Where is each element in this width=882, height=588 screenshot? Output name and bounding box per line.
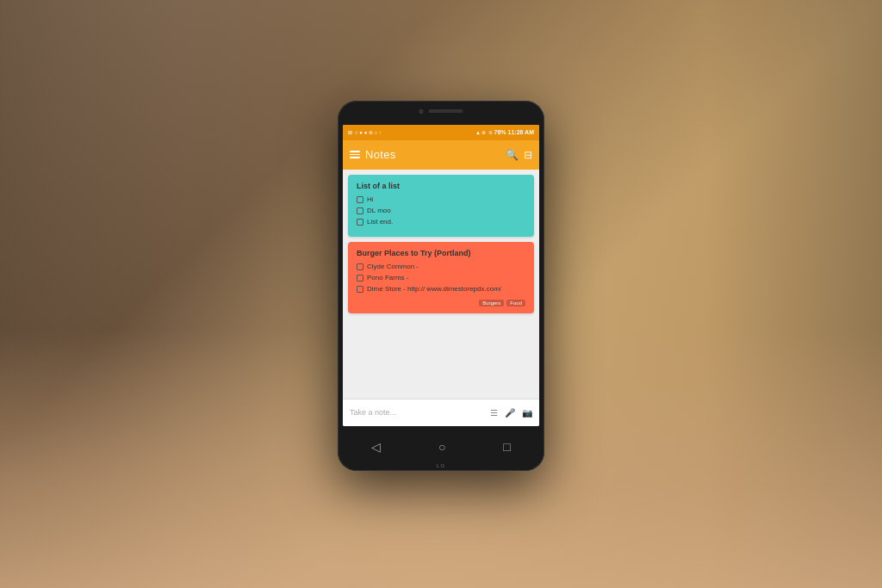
checkbox-1-2[interactable] [357, 207, 363, 214]
list-icon[interactable]: ☰ [490, 408, 498, 418]
phone-top [419, 109, 463, 114]
checkbox-1-3[interactable] [357, 219, 363, 226]
phone-nav: ◁ ○ □ [343, 431, 539, 462]
note-2-text-1: Clyde Common - [367, 263, 419, 271]
note-card-2[interactable]: Burger Places to Try (Portland) Clyde Co… [348, 242, 534, 313]
more-options-button[interactable]: ⊟ [524, 149, 532, 161]
note-2-item-1: Clyde Common - [357, 263, 525, 271]
checkbox-1-1[interactable] [357, 196, 363, 203]
hamburger-line-2 [350, 154, 360, 156]
app-title: Notes [365, 148, 500, 161]
note-1-text-1: Hi [367, 195, 374, 204]
note-2-title: Burger Places to Try (Portland) [357, 249, 525, 257]
input-bar: Take a note... ☰ 🎤 📷 [343, 399, 539, 426]
note-2-item-3: Dime Store - http:// www.dimestorepdx.co… [357, 285, 525, 294]
hamburger-line-1 [350, 151, 360, 152]
note-1-text-3: List end. [367, 218, 393, 226]
status-bar-left: ⊠ ☆ ● ● ⊛ ⌂ ↑ [348, 129, 474, 135]
note-1-title: List of a list [357, 182, 525, 190]
phone-screen: ⊠ ☆ ● ● ⊛ ⌂ ↑ ▲ ⊕ ≋ 76% 11:26 AM Notes 🔍… [343, 125, 539, 426]
wifi-icon: ≋ [488, 129, 493, 135]
note-card-1[interactable]: List of a list Hi DL moo List end. [348, 175, 534, 237]
battery-indicator: 76% [494, 129, 506, 135]
note-1-text-2: DL moo [367, 207, 391, 215]
checkbox-2-2[interactable] [357, 275, 363, 282]
search-button[interactable]: 🔍 [506, 149, 519, 161]
checkbox-2-1[interactable] [357, 263, 363, 270]
note-2-item-2: Pono Farms - [357, 274, 525, 282]
note-1-item-1: Hi [357, 195, 525, 204]
hamburger-line-3 [350, 157, 360, 158]
phone-speaker [429, 109, 463, 113]
tag-food[interactable]: Food [506, 300, 525, 306]
tag-burgers[interactable]: Burgers [479, 300, 504, 306]
menu-button[interactable] [350, 151, 360, 158]
note-input-placeholder[interactable]: Take a note... [350, 408, 483, 417]
note-2-text-3: Dime Store - http:// www.dimestorepdx.co… [367, 285, 501, 294]
back-button[interactable]: ◁ [371, 440, 381, 454]
note-1-item-3: List end. [357, 218, 525, 226]
status-bar: ⊠ ☆ ● ● ⊛ ⌂ ↑ ▲ ⊕ ≋ 76% 11:26 AM [343, 125, 539, 140]
recents-button[interactable]: □ [503, 440, 510, 454]
front-camera [419, 109, 424, 114]
home-button[interactable]: ○ [438, 440, 445, 454]
status-icons: ⊠ ☆ ● ● ⊛ ⌂ ↑ [348, 129, 382, 135]
note-2-text-2: Pono Farms - [367, 274, 408, 282]
note-2-tags: Burgers Food [357, 300, 525, 306]
note-1-item-2: DL moo [357, 207, 525, 215]
status-bar-right: ▲ ⊕ ≋ 76% 11:26 AM [475, 129, 534, 135]
camera-icon[interactable]: 📷 [522, 408, 532, 418]
notes-list: List of a list Hi DL moo List end. Burge… [343, 170, 539, 399]
phone: ⊠ ☆ ● ● ⊛ ⌂ ↑ ▲ ⊕ ≋ 76% 11:26 AM Notes 🔍… [338, 101, 544, 471]
mic-icon[interactable]: 🎤 [505, 408, 515, 418]
app-bar: Notes 🔍 ⊟ [343, 140, 539, 170]
checkbox-2-3[interactable] [357, 286, 363, 293]
clock: 11:26 AM [508, 129, 534, 135]
signal-icon: ▲ ⊕ [475, 129, 487, 135]
brand-logo: LG [437, 463, 445, 468]
